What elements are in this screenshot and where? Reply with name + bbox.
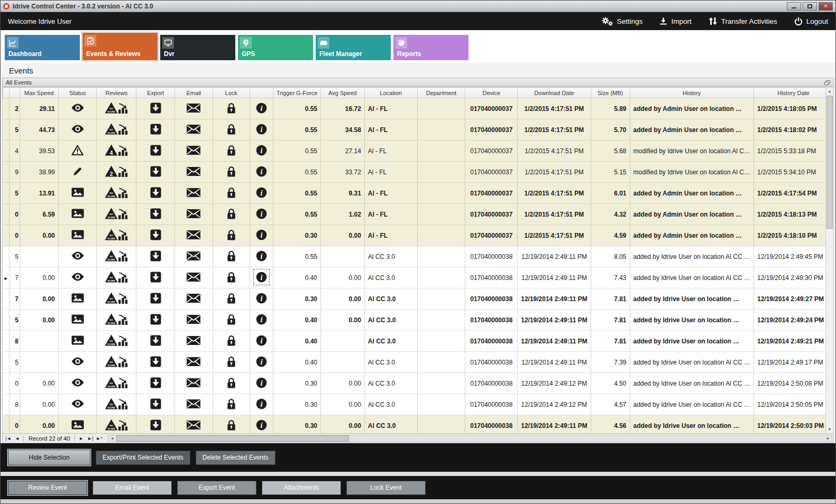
export-icon[interactable]: [150, 335, 161, 346]
info-icon[interactable]: i: [256, 398, 267, 409]
export-cell[interactable]: [136, 204, 175, 225]
info-cell[interactable]: i: [250, 141, 273, 162]
attachments-button[interactable]: Attachments: [262, 481, 341, 495]
lock-cell[interactable]: [213, 246, 250, 267]
info-cell[interactable]: i: [250, 246, 273, 267]
column-header[interactable]: Trigger G-Force: [273, 88, 321, 98]
column-header[interactable]: Device: [465, 88, 518, 98]
scroll-up-icon[interactable]: ▲: [826, 87, 833, 95]
email-icon[interactable]: [187, 399, 200, 408]
review-score-icon[interactable]: NOSCORE: [105, 419, 128, 431]
email-icon[interactable]: [187, 357, 200, 366]
export-event-button[interactable]: Export Event: [177, 481, 256, 495]
export-icon[interactable]: [150, 356, 161, 367]
info-cell[interactable]: i: [250, 204, 273, 225]
info-icon[interactable]: i: [256, 272, 267, 283]
prev-record-button[interactable]: ◄: [13, 436, 22, 441]
email-cell[interactable]: [174, 373, 213, 394]
reviews-cell[interactable]: NOSCORE: [97, 310, 136, 331]
lock-icon[interactable]: [227, 293, 236, 304]
export-cell[interactable]: [136, 394, 175, 415]
export-cell[interactable]: [136, 288, 175, 310]
info-cell[interactable]: i: [250, 331, 273, 352]
reviews-cell[interactable]: NOSCORE: [97, 288, 136, 310]
lock-cell[interactable]: [213, 267, 250, 288]
column-header[interactable]: Avg Speed: [321, 88, 365, 98]
vertical-scrollbar-thumb[interactable]: [826, 96, 833, 229]
info-cell[interactable]: i: [250, 394, 273, 415]
info-icon[interactable]: i: [256, 145, 267, 156]
email-icon[interactable]: [187, 315, 200, 324]
reviews-cell[interactable]: NOSCORE: [97, 119, 136, 141]
email-icon[interactable]: [187, 421, 200, 430]
lock-cell[interactable]: [213, 394, 250, 415]
export-cell[interactable]: [136, 246, 175, 267]
info-cell[interactable]: i: [250, 162, 273, 183]
tab-dvr[interactable]: Dvr: [160, 35, 235, 60]
export-icon[interactable]: [150, 124, 161, 135]
lock-icon[interactable]: [227, 124, 236, 135]
horizontal-scrollbar-thumb[interactable]: [116, 435, 349, 442]
export-icon[interactable]: [150, 293, 161, 304]
lock-icon[interactable]: [227, 145, 236, 156]
review-score-icon[interactable]: NOSCORE: [105, 398, 128, 409]
column-header[interactable]: Email: [174, 88, 213, 98]
review-score-icon[interactable]: NOSCORE: [105, 123, 128, 135]
tab-fleet-manager[interactable]: Fleet Manager: [316, 35, 391, 60]
tab-reports[interactable]: Reports: [393, 35, 468, 60]
reviews-cell[interactable]: NOSCORE: [97, 183, 136, 204]
email-icon[interactable]: [187, 251, 200, 260]
review-score-icon[interactable]: NOSCORE: [105, 250, 128, 262]
review-score-icon[interactable]: NOSCORE: [105, 102, 128, 114]
event-row[interactable]: 544.73NOSCOREi0.5534.58Al - FL0170400000…: [3, 119, 833, 141]
lock-cell[interactable]: [213, 331, 250, 352]
lock-icon[interactable]: [227, 166, 236, 177]
vertical-scrollbar[interactable]: ▲ ▼: [825, 87, 833, 433]
logout-button[interactable]: Logout: [794, 17, 828, 26]
lock-icon[interactable]: [227, 102, 236, 114]
email-icon[interactable]: [187, 104, 200, 113]
review-score-icon[interactable]: NOSCORE: [105, 313, 128, 325]
event-row[interactable]: ►70.00NOSCOREi0.400.00Al CC 3.0017040000…: [3, 267, 833, 288]
scroll-left-icon[interactable]: ◄: [108, 435, 116, 442]
import-button[interactable]: Import: [659, 17, 691, 25]
email-cell[interactable]: [174, 267, 213, 288]
info-cell[interactable]: i: [250, 352, 273, 373]
export-icon[interactable]: [150, 398, 161, 409]
lock-cell[interactable]: [213, 162, 250, 183]
info-icon[interactable]: i: [256, 208, 267, 219]
lock-icon[interactable]: [227, 335, 236, 346]
review-score-icon[interactable]: NOSCORE: [105, 186, 128, 198]
export-icon[interactable]: [150, 419, 161, 431]
info-icon[interactable]: i: [256, 335, 267, 346]
info-icon[interactable]: i: [256, 377, 267, 388]
event-row[interactable]: 80.00NOSCOREi0.300.00Al CC 3.00170400000…: [3, 394, 833, 415]
lock-icon[interactable]: [227, 314, 236, 325]
reviews-cell[interactable]: NOSCORE: [97, 98, 136, 119]
horizontal-scrollbar[interactable]: ◄ ►: [108, 435, 832, 442]
scroll-right-icon[interactable]: ►: [824, 435, 832, 442]
event-row[interactable]: 229.11NOSCOREi0.5516.72Al - FL0170400000…: [3, 98, 833, 119]
export-cell[interactable]: [136, 183, 175, 204]
info-icon[interactable]: i: [256, 356, 267, 367]
export-cell[interactable]: [136, 415, 175, 434]
hide-selection-button[interactable]: Hide Selection: [8, 450, 90, 465]
info-cell[interactable]: i: [250, 288, 273, 310]
tab-events-reviews[interactable]: Events & Reviews: [82, 33, 158, 60]
email-icon[interactable]: [187, 167, 200, 176]
email-icon[interactable]: [187, 378, 200, 387]
lock-cell[interactable]: [213, 415, 250, 434]
event-row[interactable]: 439.534i0.5527.14Al - FL0170400000371/2/…: [3, 141, 833, 162]
lock-cell[interactable]: [213, 225, 250, 246]
lock-icon[interactable]: [227, 419, 236, 431]
info-icon[interactable]: i: [256, 250, 267, 262]
export-icon[interactable]: [150, 229, 161, 240]
export-cell[interactable]: [136, 352, 175, 373]
email-icon[interactable]: [187, 294, 200, 303]
review-event-button[interactable]: Review Event: [8, 481, 87, 495]
export-icon[interactable]: [150, 272, 161, 283]
transfer-activities-button[interactable]: Transfer Activities: [709, 17, 777, 25]
info-cell[interactable]: i: [250, 119, 273, 141]
review-score-icon[interactable]: NOSCORE: [105, 356, 128, 367]
lock-icon[interactable]: [227, 250, 236, 262]
